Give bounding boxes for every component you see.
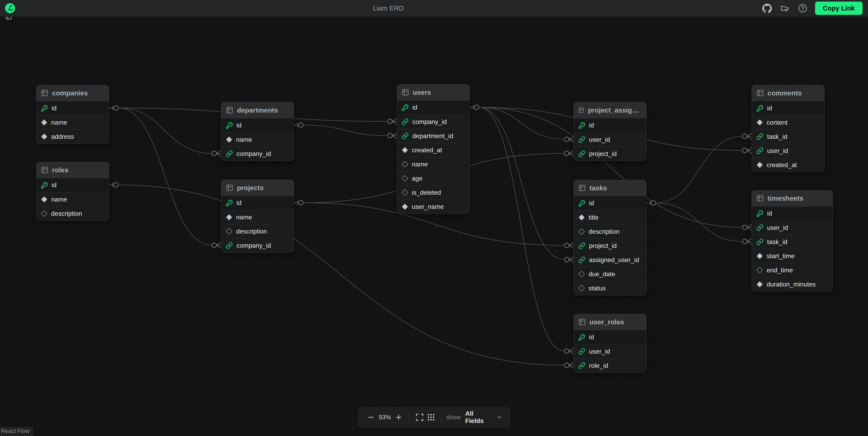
column-row-tasks-id[interactable]: id: [574, 196, 646, 210]
fields-filter-dropdown[interactable]: All Fields: [465, 410, 503, 425]
zoom-out-button[interactable]: [365, 411, 377, 423]
column-row-users-name[interactable]: name: [397, 157, 470, 171]
table-header[interactable]: timesheets: [752, 190, 833, 206]
table-header[interactable]: roles: [36, 162, 109, 178]
table-node-roles[interactable]: rolesidnamedescription: [36, 162, 109, 221]
erd-canvas[interactable]: companiesidnameaddressrolesidnamedescrip…: [0, 17, 868, 436]
column-row-comments-user_id[interactable]: user_id: [752, 144, 825, 158]
feedback-button[interactable]: [779, 3, 790, 14]
column-row-user_roles-role_id[interactable]: role_id: [574, 359, 646, 373]
table-header[interactable]: user_roles: [574, 314, 646, 330]
column-row-timesheets-id[interactable]: id: [752, 206, 833, 220]
primary-key-icon: [226, 199, 233, 207]
primary-key-icon: [41, 105, 48, 112]
column-row-departments-id[interactable]: id: [221, 118, 294, 132]
tidy-up-button[interactable]: [425, 411, 437, 423]
not-null-diamond-icon: [756, 253, 763, 259]
column-row-tasks-assigned_user_id[interactable]: assigned_user_id: [574, 253, 646, 267]
column-name: id: [589, 122, 594, 129]
table-icon: [578, 318, 586, 326]
react-flow-attribution[interactable]: React Flow: [0, 427, 33, 436]
column-row-users-department_id[interactable]: department_id: [397, 129, 470, 143]
column-row-tasks-due_date[interactable]: due_date: [574, 267, 646, 281]
column-row-comments-created_at[interactable]: created_at: [752, 158, 825, 172]
table-name: comments: [768, 89, 802, 97]
column-row-user_roles-user_id[interactable]: user_id: [574, 344, 646, 359]
column-row-departments-company_id[interactable]: company_id: [221, 147, 294, 161]
github-button[interactable]: [762, 3, 773, 14]
table-header[interactable]: project_assignments: [574, 102, 646, 118]
table-header[interactable]: projects: [221, 180, 294, 196]
column-row-users-user_name[interactable]: user_name: [397, 199, 470, 214]
column-row-users-company_id[interactable]: company_id: [397, 115, 470, 129]
column-row-comments-content[interactable]: content: [752, 115, 825, 129]
column-name: id: [237, 122, 242, 129]
table-header[interactable]: departments: [221, 102, 294, 118]
table-header[interactable]: comments: [752, 85, 825, 101]
column-row-companies-address[interactable]: address: [36, 129, 109, 144]
column-row-user_roles-id[interactable]: id: [574, 330, 646, 344]
column-row-roles-description[interactable]: description: [36, 206, 109, 220]
column-row-users-is_deleted[interactable]: is_deleted: [397, 185, 470, 199]
column-name: id: [412, 104, 417, 111]
table-node-users[interactable]: usersidcompany_iddepartment_idcreated_at…: [397, 84, 470, 214]
column-row-timesheets-task_id[interactable]: task_id: [752, 235, 833, 249]
column-row-companies-name[interactable]: name: [36, 115, 109, 129]
column-row-comments-task_id[interactable]: task_id: [752, 129, 825, 144]
table-header[interactable]: users: [397, 85, 470, 100]
nullable-diamond-icon: [578, 271, 585, 277]
primary-key-icon: [578, 200, 585, 207]
table-name: companies: [52, 89, 88, 97]
column-row-roles-id[interactable]: id: [36, 178, 109, 192]
table-header[interactable]: tasks: [574, 180, 646, 196]
table-icon: [578, 184, 586, 192]
primary-key-icon: [756, 105, 764, 112]
column-row-users-id[interactable]: id: [397, 100, 470, 115]
column-row-project_assignments-id[interactable]: id: [574, 118, 646, 132]
table-node-departments[interactable]: departmentsidnamecompany_id: [221, 102, 294, 161]
column-row-timesheets-end_time[interactable]: end_time: [752, 263, 833, 277]
column-name: status: [589, 285, 606, 292]
liam-logo[interactable]: ℒ: [5, 3, 15, 13]
column-row-projects-id[interactable]: id: [221, 196, 294, 210]
column-row-comments-id[interactable]: id: [752, 101, 825, 115]
help-circle-icon: [798, 4, 807, 13]
column-row-timesheets-duration_minutes[interactable]: duration_minutes: [752, 277, 833, 291]
column-name: name: [51, 196, 67, 203]
column-row-tasks-description[interactable]: description: [574, 224, 646, 239]
copy-link-button[interactable]: Copy Link: [815, 2, 863, 15]
table-node-companies[interactable]: companiesidnameaddress: [36, 85, 109, 144]
table-node-timesheets[interactable]: timesheetsiduser_idtask_idstart_timeend_…: [751, 190, 833, 291]
column-row-projects-name[interactable]: name: [221, 210, 294, 224]
help-button[interactable]: [797, 3, 808, 14]
primary-key-icon: [226, 122, 233, 129]
column-row-users-created_at[interactable]: created_at: [397, 143, 470, 157]
column-row-projects-company_id[interactable]: company_id: [221, 238, 294, 252]
table-node-user_roles[interactable]: user_rolesiduser_idrole_id: [574, 314, 647, 373]
not-null-diamond-icon: [41, 119, 48, 126]
foreign-key-link-icon: [756, 147, 764, 154]
column-row-companies-id[interactable]: id: [36, 101, 109, 115]
table-node-tasks[interactable]: tasksidtitledescriptionproject_idassigne…: [574, 180, 647, 295]
zoom-in-button[interactable]: [393, 411, 405, 423]
column-row-project_assignments-user_id[interactable]: user_id: [574, 132, 646, 147]
table-node-comments[interactable]: commentsidcontenttask_iduser_idcreated_a…: [751, 85, 825, 172]
column-row-users-age[interactable]: age: [397, 171, 470, 185]
column-row-tasks-project_id[interactable]: project_id: [574, 239, 646, 253]
column-row-projects-description[interactable]: description: [221, 224, 294, 238]
column-name: task_id: [767, 133, 787, 141]
column-row-timesheets-start_time[interactable]: start_time: [752, 249, 833, 263]
column-row-project_assignments-project_id[interactable]: project_id: [574, 147, 646, 161]
github-icon: [762, 3, 772, 13]
column-row-tasks-status[interactable]: status: [574, 281, 646, 295]
table-header[interactable]: companies: [36, 85, 109, 101]
column-row-timesheets-user_id[interactable]: user_id: [752, 220, 833, 235]
column-row-departments-name[interactable]: name: [221, 132, 294, 147]
table-node-project_assignments[interactable]: project_assignmentsiduser_idproject_id: [574, 102, 647, 161]
fit-view-button[interactable]: [414, 411, 425, 423]
grid-dots-icon: [427, 413, 435, 422]
column-row-roles-name[interactable]: name: [36, 192, 109, 206]
table-node-projects[interactable]: projectsidnamedescriptioncompany_id: [221, 180, 294, 253]
column-row-tasks-title[interactable]: title: [574, 210, 646, 224]
table-name: project_assignments: [588, 106, 642, 114]
